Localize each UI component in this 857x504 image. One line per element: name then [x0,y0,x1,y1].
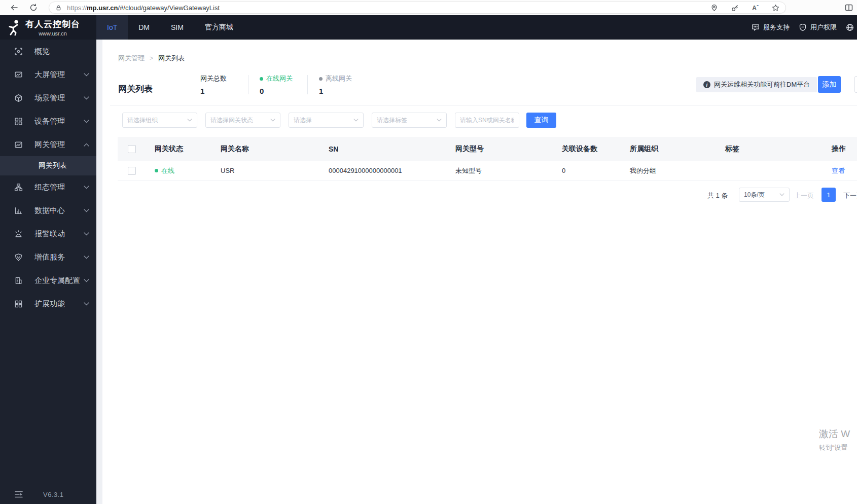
sidebar-item-extensions[interactable]: 扩展功能 [0,292,96,315]
stat-online-value: 0 [260,87,296,95]
sidebar-sub-label: 网关列表 [39,161,67,170]
sitemap-icon [14,183,23,192]
url-text[interactable]: https://mp.usr.cn/#/cloud/gateway/ViewGa… [67,4,220,12]
stat-divider [307,75,308,94]
version-label: V6.3.1 [43,491,64,498]
windows-activation-watermark: 激活 W 转到“设置 [819,427,850,452]
stat-total: 网关总数 1 [200,74,237,95]
badge-shield-icon [14,253,23,262]
language-globe-icon[interactable] [846,23,854,31]
sidebar-item-data-center[interactable]: 数据中心 [0,199,96,222]
alarm-icon [14,230,23,238]
sidebar-label: 场景管理 [34,93,84,103]
sidebar-item-gateway-mgmt[interactable]: 网关管理 [0,133,96,156]
usr-logo[interactable]: 有人云控制台 www.usr.cn [0,15,96,40]
stat-total-label: 网关总数 [200,74,237,83]
header-action: 操作 [832,145,857,154]
gateway-status-select[interactable]: 请选择网关状态 [205,113,280,128]
password-key-icon[interactable] [731,4,739,12]
online-dot [260,77,263,81]
sidebar-footer: V6.3.1 [0,487,96,501]
breadcrumb: 网关管理 > 网关列表 [118,54,185,63]
sidebar-label: 企业专属配置 [34,276,84,285]
shield-icon [799,23,807,31]
pagination-bar: 共 1 条 10条/页 上一页 1 下一页 [118,188,857,203]
page-size-select[interactable]: 10条/页 [739,188,790,202]
select-all-checkbox[interactable] [128,145,136,153]
refresh-icon[interactable] [29,4,38,12]
sidebar-item-screen-mgmt[interactable]: 大屏管理 [0,63,96,86]
watermark-line1: 激活 W [819,427,850,441]
favorite-star-icon[interactable] [772,4,779,12]
chevron-up-icon [84,143,89,147]
collapse-sidebar-icon[interactable] [15,491,23,498]
gateway-chart-icon [14,140,23,149]
sidebar-item-overview[interactable]: 概览 [0,40,96,63]
tab-sim[interactable]: SIM [160,15,194,40]
breadcrumb-separator: > [150,55,153,62]
url-protocol: https:// [67,4,87,12]
service-support[interactable]: 服务支持 [752,23,790,32]
apps-grid-icon [14,300,23,308]
sidebar-label: 大屏管理 [34,70,84,80]
usr-person-icon [7,19,21,35]
address-bar[interactable]: https://mp.usr.cn/#/cloud/gateway/ViewGa… [49,2,786,14]
offline-dot [319,77,323,81]
tag-select[interactable]: 请选择标签 [372,113,447,128]
tab-dm[interactable]: DM [128,15,160,40]
chevron-down-icon [84,302,89,306]
split-screen-icon[interactable] [845,4,853,12]
add-gateway-button[interactable]: 添加 [818,76,841,93]
text-size-icon[interactable]: A” [752,5,759,11]
header-gateway-model: 网关型号 [455,145,562,154]
dm-platform-notice[interactable]: i 网关运维相关功能可前往DM平台 [696,77,817,92]
sidebar-label: 数据中心 [34,206,84,215]
clipped-edge-button[interactable] [854,76,857,93]
user-permission-label: 用户权限 [810,23,837,32]
model-select[interactable]: 请选择 [289,113,364,128]
total-count: 共 1 条 [707,191,728,200]
sidebar-label: 概览 [34,47,89,56]
big-screen-icon [14,70,23,79]
chat-icon [752,23,760,31]
gateway-table: 网关状态 网关名称 SN 网关型号 关联设备数 所属组织 标签 操作 在线 US… [118,137,857,181]
online-dot [155,169,158,172]
row-device-count: 0 [562,167,630,174]
stat-offline-label: 离线网关 [326,74,352,83]
prev-page-button[interactable]: 上一页 [794,191,814,200]
sidebar-item-alarm-linkage[interactable]: 报警联动 [0,222,96,245]
url-host: mp.usr.cn [87,4,118,12]
scene-cube-icon [14,94,23,102]
location-icon[interactable] [710,4,718,12]
sn-search-input[interactable] [455,113,519,128]
sidebar-item-device-mgmt[interactable]: 设备管理 [0,110,96,133]
breadcrumb-gateway-mgmt[interactable]: 网关管理 [118,54,145,63]
sidebar-item-scada-mgmt[interactable]: 组态管理 [0,175,96,199]
next-page-button[interactable]: 下一页 [843,191,857,200]
org-select[interactable]: 请选择组织 [122,113,197,128]
row-gateway-model: 未知型号 [455,166,562,175]
browser-toolbar: https://mp.usr.cn/#/cloud/gateway/ViewGa… [0,0,857,15]
user-permission[interactable]: 用户权限 [799,23,837,32]
stat-online-label: 在线网关 [266,74,293,83]
main-content: 网关管理 > 网关列表 网关列表 网关总数 1 在线网关 0 离线网关 1 i … [102,40,857,504]
model-select-placeholder: 请选择 [294,116,353,125]
tab-iot[interactable]: IoT [96,15,128,40]
chevron-down-icon [270,119,275,122]
search-button[interactable]: 查询 [526,113,556,128]
sidebar-item-value-added[interactable]: 增值服务 [0,245,96,269]
page-1-button[interactable]: 1 [822,188,836,202]
chevron-down-icon [353,119,359,122]
back-icon[interactable] [10,4,18,12]
sidebar-item-scene-mgmt[interactable]: 场景管理 [0,86,96,110]
overview-icon [14,47,23,56]
view-link[interactable]: 查看 [832,167,845,174]
chevron-down-icon [84,232,89,236]
row-organization: 我的分组 [630,166,725,175]
lock-icon[interactable] [55,5,62,11]
sidebar-label: 网关管理 [34,140,84,150]
tab-mall[interactable]: 官方商城 [194,15,244,40]
sidebar-item-gateway-list[interactable]: 网关列表 [0,156,96,175]
row-checkbox[interactable] [128,167,136,175]
sidebar-item-enterprise-config[interactable]: 企业专属配置 [0,269,96,292]
